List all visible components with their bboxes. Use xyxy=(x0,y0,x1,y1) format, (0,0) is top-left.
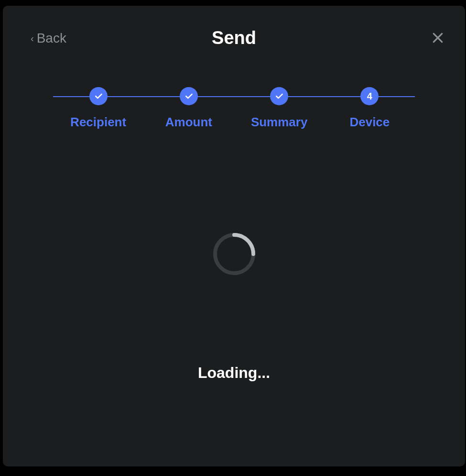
step-circle-done xyxy=(180,87,198,105)
loading-text: Loading... xyxy=(198,364,270,382)
step-amount: Amount xyxy=(143,87,234,130)
close-button[interactable] xyxy=(432,32,446,46)
spinner-icon xyxy=(210,230,258,278)
step-summary: Summary xyxy=(234,87,325,130)
step-label: Summary xyxy=(251,115,308,130)
step-number: 4 xyxy=(367,91,372,102)
stepper: Recipient Amount Summary xyxy=(27,87,441,130)
step-label: Recipient xyxy=(70,115,126,130)
step-recipient: Recipient xyxy=(53,87,143,130)
close-icon xyxy=(432,32,444,44)
step-circle-done xyxy=(270,87,288,105)
step-circle-current: 4 xyxy=(360,87,379,105)
modal-title: Send xyxy=(27,28,441,48)
check-icon xyxy=(184,91,194,101)
check-icon xyxy=(94,91,103,101)
step-label: Amount xyxy=(165,115,212,130)
modal-header: ‹ Back Send xyxy=(27,25,441,54)
check-icon xyxy=(274,91,284,101)
step-circle-done xyxy=(89,87,108,105)
step-label: Device xyxy=(349,115,390,130)
send-modal: ‹ Back Send Recipient xyxy=(3,6,465,466)
loading-area: Loading... xyxy=(27,230,441,382)
step-device: 4 Device xyxy=(325,87,415,130)
